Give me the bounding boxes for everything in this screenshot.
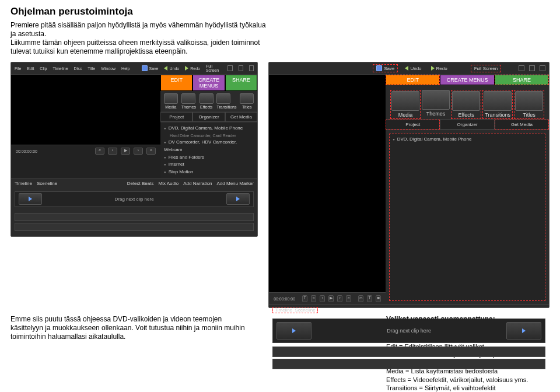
tab-menus[interactable]: CREATE MENUS	[440, 75, 494, 85]
tab-edit[interactable]: EDIT	[386, 75, 440, 85]
tile-transitions[interactable]	[216, 93, 230, 104]
drag-hint: Drag next clip here	[46, 197, 223, 202]
redo-icon	[431, 66, 435, 71]
detect-beats[interactable]: Detect Beats	[127, 181, 154, 186]
playback-controls: 00:00:00:00 T « ‹ ▶ › » ✂ T ◙	[269, 292, 386, 304]
src-stopmotion[interactable]: Stop Motion	[164, 169, 254, 176]
tab-sceneline[interactable]: Sceneline	[37, 181, 57, 186]
tab-share[interactable]: SHARE	[225, 75, 257, 91]
tab-edit[interactable]: EDIT	[160, 75, 192, 91]
intro-p2: Liikumme tämän ohjeen puitteissa oheen m…	[10, 38, 267, 56]
redo-icon	[185, 66, 188, 71]
screenshot-small: File Edit Clip Timeline Disc Title Windo…	[10, 62, 258, 237]
tile-transitions[interactable]	[484, 91, 512, 111]
undo-button[interactable]: Undo	[402, 65, 424, 72]
tab-sceneline[interactable]: Sceneline	[295, 307, 316, 313]
tab-organizer[interactable]: Organizer	[192, 112, 225, 122]
audio-track-2[interactable]	[272, 359, 545, 369]
play-icon	[292, 328, 296, 333]
save-button[interactable]: Save	[373, 64, 398, 72]
ffwd-button[interactable]: »	[346, 295, 351, 302]
save-icon	[376, 65, 382, 71]
save-button[interactable]: Save	[142, 65, 159, 71]
min-icon[interactable]	[228, 65, 232, 71]
src-camcorder[interactable]: DV Camcorder, HDV Camcorder, Webcam	[164, 139, 254, 154]
play-icon	[29, 197, 32, 201]
fullscreen-button[interactable]: Full Screen	[206, 64, 222, 72]
menu-clip[interactable]: Clip	[40, 66, 47, 71]
tile-titles[interactable]	[240, 93, 254, 104]
menu-timeline[interactable]: Timeline	[52, 66, 68, 71]
source-list: DVD, Digital Camera, Mobile Phone	[389, 134, 545, 301]
tab-getmedia[interactable]: Get Media	[225, 112, 257, 122]
redo-button[interactable]: Redo	[185, 66, 200, 71]
tile-themes[interactable]	[422, 90, 450, 110]
tab-share[interactable]: SHARE	[495, 75, 549, 85]
ffwd-button[interactable]: »	[146, 148, 156, 155]
page-title: Ohjelman perustoimintoja	[10, 6, 550, 18]
audio-track-1[interactable]	[15, 213, 254, 221]
add-menu-marker[interactable]: Add Menu Marker	[217, 181, 254, 186]
audio-track-1[interactable]	[272, 346, 545, 357]
mark-in-button[interactable]: T	[302, 295, 307, 302]
close-icon[interactable]	[540, 65, 545, 71]
preview-monitor	[269, 75, 386, 119]
sceneline-drop[interactable]: Drag next clip here	[15, 191, 254, 207]
large-toolbar: Save Undo Redo Full Screen	[269, 62, 549, 75]
redo-button[interactable]: Redo	[429, 65, 450, 72]
add-narration[interactable]: Add Narration	[183, 181, 212, 186]
src-internet[interactable]: Internet	[164, 161, 254, 169]
tab-timeline[interactable]: Timeline	[275, 307, 292, 313]
sceneline-drop[interactable]: Drag next clip here	[272, 318, 545, 343]
camera-icon[interactable]: ◙	[376, 295, 381, 302]
undo-icon	[405, 66, 408, 71]
text-icon[interactable]: T	[367, 295, 372, 302]
asset-tabs: Media Themes Effects Transitions Titles	[160, 91, 257, 111]
audio-track-2[interactable]	[15, 223, 254, 231]
timecode: 00:00:00:00	[16, 149, 37, 153]
tile-themes[interactable]	[181, 93, 195, 104]
glossary-line: Transitions = Siirtymät, eli vaihtoefekt…	[386, 384, 550, 392]
menu-edit[interactable]: Edit	[27, 66, 34, 71]
src-dvd[interactable]: DVD, Digital Camera, Mobile Phone	[164, 125, 254, 132]
menu-window[interactable]: Window	[101, 66, 116, 71]
tile-media[interactable]	[164, 93, 178, 104]
menu-file[interactable]: File	[15, 66, 21, 71]
rew-button[interactable]: «	[311, 295, 316, 302]
tab-getmedia[interactable]: Get Media	[495, 120, 549, 130]
scissors-icon[interactable]: ✂	[358, 295, 363, 302]
tile-effects[interactable]	[200, 93, 214, 104]
max-icon[interactable]	[239, 65, 243, 71]
close-icon[interactable]	[249, 65, 254, 71]
drag-hint: Drag next clip here	[315, 328, 503, 334]
timecode: 00:00:00:00	[274, 297, 295, 301]
mix-audio[interactable]: Mix Audio	[158, 181, 178, 186]
tab-timeline[interactable]: Timeline	[15, 181, 32, 186]
menu-help[interactable]: Help	[121, 66, 130, 71]
src-dvd[interactable]: DVD, Digital Camera, Mobile Phone	[393, 136, 542, 144]
tab-project[interactable]: Project	[386, 120, 440, 130]
play-button[interactable]: ▶	[121, 148, 130, 155]
src-files[interactable]: Files and Folders	[164, 154, 254, 162]
next-button[interactable]: ›	[337, 295, 342, 302]
next-button[interactable]: ›	[134, 148, 143, 155]
play-button[interactable]: ▶	[328, 295, 334, 302]
menu-disc[interactable]: Disc	[74, 66, 82, 71]
rew-button[interactable]: «	[95, 148, 104, 155]
tile-media[interactable]	[391, 91, 419, 111]
min-icon[interactable]	[519, 65, 524, 71]
fullscreen-button[interactable]: Full Screen	[471, 65, 501, 72]
tile-effects[interactable]	[452, 91, 480, 111]
tab-organizer[interactable]: Organizer	[440, 120, 494, 130]
tab-menus[interactable]: CREATE MENUS	[192, 75, 225, 91]
intro-block: Premiere pitää sisällään paljon hyödylli…	[10, 21, 267, 56]
undo-button[interactable]: Undo	[164, 66, 179, 71]
mode-tabs: EDIT CREATE MENUS SHARE	[386, 75, 549, 85]
prev-button[interactable]: ‹	[320, 295, 325, 302]
tile-titles[interactable]	[515, 91, 543, 111]
prev-button[interactable]: ‹	[108, 148, 117, 155]
max-icon[interactable]	[529, 65, 535, 71]
playback-controls: 00:00:00:00 « ‹ ▶ › »	[11, 145, 160, 157]
tab-project[interactable]: Project	[160, 112, 192, 122]
menu-title[interactable]: Title	[88, 66, 95, 71]
